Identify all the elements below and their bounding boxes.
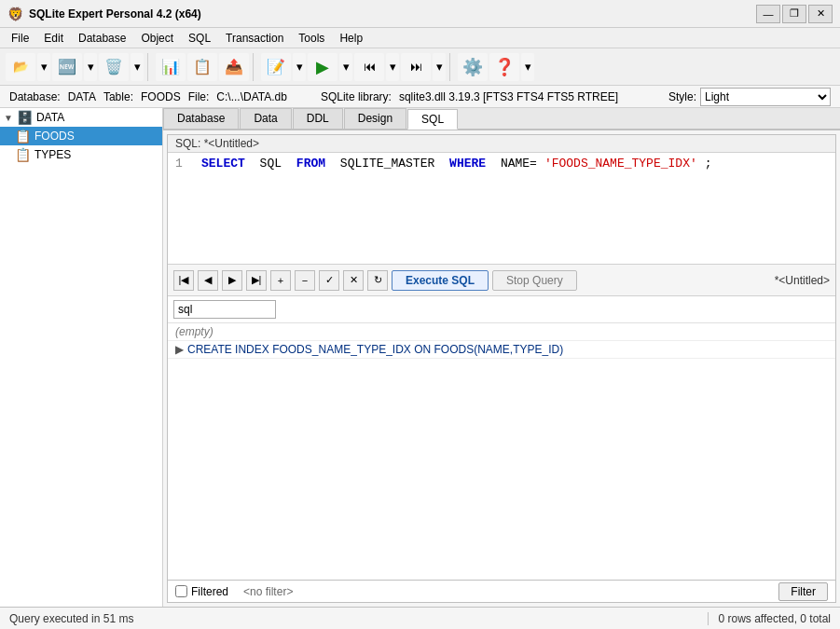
sqlite-label: SQLite library:	[321, 90, 392, 103]
sql-where-col: NAME=	[493, 157, 537, 171]
untitled-label: *<Untitled>	[775, 274, 830, 287]
menu-object[interactable]: Object	[133, 30, 181, 47]
toolbar-step-prev-dropdown[interactable]: ▾	[433, 53, 446, 81]
toolbar-query-dropdown[interactable]: ▾	[293, 53, 306, 81]
filter-button[interactable]: Filter	[778, 582, 828, 601]
grid-icon: 📊	[161, 58, 180, 75]
nav-refresh-btn[interactable]: ↻	[367, 270, 388, 291]
titlebar-left: 🦁 SQLite Expert Personal 4.2 (x64)	[7, 7, 201, 21]
tab-database[interactable]: Database	[163, 108, 239, 129]
stop-query-button[interactable]: Stop Query	[492, 270, 577, 291]
file-label: File:	[188, 90, 210, 103]
menu-edit[interactable]: Edit	[36, 30, 71, 47]
nav-add-btn[interactable]: +	[270, 270, 291, 291]
sql-line-1: 1 SELECT SQL FROM SQLITE_MASTER WHERE NA…	[175, 157, 828, 171]
expand-arrow-data: ▼	[4, 113, 13, 123]
result-row-empty: (empty)	[168, 323, 835, 341]
sidebar-item-foods[interactable]: 📋 FOODS	[0, 127, 162, 145]
style-select[interactable]: Light Dark System	[700, 88, 831, 106]
style-label: Style:	[668, 90, 696, 103]
toolbar-query-btn[interactable]: 📝	[261, 53, 291, 81]
play-icon: ▶	[316, 57, 329, 77]
menu-sql[interactable]: SQL	[181, 30, 218, 47]
nav-next-btn[interactable]: ▶	[222, 270, 242, 291]
sidebar-item-data[interactable]: ▼ 🗄️ DATA	[0, 108, 162, 127]
execute-sql-button[interactable]: Execute SQL	[392, 270, 489, 291]
filter-checkbox-label: Filtered	[175, 585, 228, 598]
row-arrow-icon: ▶	[175, 343, 184, 356]
status-right: 0 rows affected, 0 total	[708, 612, 831, 625]
tab-data[interactable]: Data	[240, 108, 291, 129]
file-value: C:\...\DATA.db	[216, 90, 287, 103]
titlebar: 🦁 SQLite Expert Personal 4.2 (x64) — ❐ ✕	[0, 0, 840, 28]
sql-search-input[interactable]	[173, 300, 276, 319]
menu-database[interactable]: Database	[71, 30, 133, 47]
toolbar-open-btn[interactable]: 📂	[6, 53, 35, 81]
toolbar-help-dropdown[interactable]: ▾	[521, 53, 534, 81]
statusbar: Query executed in 51 ms 0 rows affected,…	[0, 607, 840, 629]
sql-label: SQL: *<Untitled>	[168, 135, 835, 153]
search-bar	[168, 296, 835, 323]
tab-sql[interactable]: SQL	[407, 109, 458, 130]
toolbar-new-dropdown[interactable]: ▾	[84, 53, 97, 81]
app-title: SQLite Expert Personal 4.2 (x64)	[29, 7, 201, 21]
titlebar-controls: — ❐ ✕	[756, 5, 833, 23]
gear-icon: ⚙️	[462, 57, 483, 77]
toolbar-new-btn[interactable]: 🆕	[52, 53, 82, 81]
empty-text: (empty)	[175, 325, 213, 338]
sql-string-val: 'FOODS_NAME_TYPE_IDX'	[544, 157, 697, 171]
nav-confirm-btn[interactable]: ✓	[319, 270, 339, 291]
status-left: Query executed in 51 ms	[9, 612, 133, 625]
minimize-button[interactable]: —	[756, 5, 780, 23]
toolbar-delete-btn[interactable]: 🗑️	[99, 53, 129, 81]
infobar: Database: DATA Table: FOODS File: C:\...…	[0, 86, 840, 108]
tabs: Database Data DDL Design SQL	[163, 108, 840, 130]
bottom-bar: Filtered <no filter> Filter	[168, 580, 835, 602]
toolbar-grid2-btn[interactable]: 📋	[187, 53, 217, 81]
filter-checkbox[interactable]	[175, 585, 187, 597]
toolbar-step-first-dropdown[interactable]: ▾	[386, 53, 399, 81]
toolbar-play-dropdown[interactable]: ▾	[339, 53, 352, 81]
toolbar-help-btn[interactable]: ❓	[489, 53, 519, 81]
tab-design[interactable]: Design	[344, 108, 406, 129]
table-label: Table:	[103, 90, 133, 103]
sidebar-item-types[interactable]: 📋 TYPES	[0, 145, 162, 164]
toolbar-export-btn[interactable]: 📤	[219, 53, 249, 81]
toolbar-step-prev-btn[interactable]: ⏭	[401, 53, 431, 81]
content: Database Data DDL Design SQL SQL: *<Unti…	[163, 108, 840, 607]
menu-tools[interactable]: Tools	[291, 30, 332, 47]
sidebar: ▼ 🗄️ DATA 📋 FOODS 📋 TYPES	[0, 108, 163, 607]
nav-last-btn[interactable]: ▶|	[246, 270, 267, 291]
database-label: Database:	[9, 90, 61, 103]
result-row-data[interactable]: ▶ CREATE INDEX FOODS_NAME_TYPE_IDX ON FO…	[168, 341, 835, 359]
menu-help[interactable]: Help	[332, 30, 370, 47]
restore-button[interactable]: ❐	[782, 5, 806, 23]
sql-editor[interactable]: 1 SELECT SQL FROM SQLITE_MASTER WHERE NA…	[168, 153, 835, 265]
sql-col: SQL	[253, 157, 289, 171]
nav-first-btn[interactable]: |◀	[173, 270, 194, 291]
toolbar-settings-btn[interactable]: ⚙️	[458, 53, 488, 81]
result-data-text: CREATE INDEX FOODS_NAME_TYPE_IDX ON FOOD…	[187, 343, 563, 356]
nav-prev-btn[interactable]: ◀	[198, 270, 218, 291]
toolbar-step-first-btn[interactable]: ⏮	[354, 53, 384, 81]
nav-minus-btn[interactable]: −	[295, 270, 315, 291]
menu-transaction[interactable]: Transaction	[218, 30, 291, 47]
close-button[interactable]: ✕	[808, 5, 833, 23]
sql-panel: SQL: *<Untitled> 1 SELECT SQL FROM SQLIT…	[167, 134, 836, 603]
new-icon: 🆕	[58, 58, 76, 75]
toolbar: 📂 ▾ 🆕 ▾ 🗑️ ▾ 📊 📋 📤 📝 ▾ ▶ ▾ ⏮	[0, 48, 840, 86]
main: ▼ 🗄️ DATA 📋 FOODS 📋 TYPES Database Data …	[0, 108, 840, 607]
toolbar-open-dropdown[interactable]: ▾	[37, 53, 50, 81]
tab-ddl[interactable]: DDL	[293, 108, 343, 129]
sidebar-label-types: TYPES	[34, 148, 71, 161]
sidebar-label-foods: FOODS	[34, 130, 75, 143]
toolbar-play-btn[interactable]: ▶	[308, 53, 337, 81]
app-icon: 🦁	[7, 7, 23, 21]
nav-cancel-btn[interactable]: ✕	[343, 270, 364, 291]
step-prev-icon: ⏭	[410, 60, 422, 74]
menu-file[interactable]: File	[4, 30, 36, 47]
toolbar-delete-dropdown[interactable]: ▾	[131, 53, 144, 81]
keyword-from: FROM	[296, 157, 325, 171]
menubar: File Edit Database Object SQL Transactio…	[0, 28, 840, 48]
toolbar-grid-btn[interactable]: 📊	[156, 53, 186, 81]
